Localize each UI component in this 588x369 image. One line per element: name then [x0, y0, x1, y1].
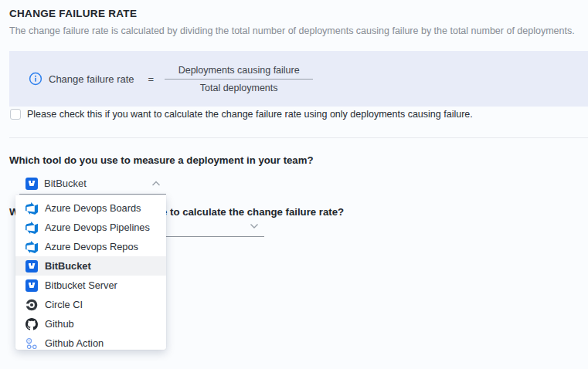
- deployment-tool-select-value: BitBucket: [44, 178, 87, 189]
- github-icon: [25, 318, 38, 330]
- azure-devops-icon: [25, 222, 38, 234]
- azure-devops-icon: [25, 241, 38, 253]
- section-divider: [9, 137, 588, 138]
- circleci-icon: [25, 299, 38, 311]
- bitbucket-icon: [25, 178, 38, 190]
- github-actions-icon: [25, 337, 38, 350]
- dropdown-item-azure-devops-pipelines[interactable]: Azure Devops Pipelines: [15, 218, 166, 237]
- deployment-tool-dropdown: Azure Devops Boards Azure Devops Pipelin…: [15, 195, 166, 350]
- deployment-tool-select[interactable]: BitBucket: [19, 173, 166, 195]
- failure-only-checkbox-label: Please check this if you want to calcula…: [27, 109, 473, 120]
- dropdown-item-label: Azure Devops Boards: [45, 202, 141, 214]
- change-failure-rate-settings-page: CHANGE FAILURE RATE The change failure r…: [0, 0, 588, 369]
- page-description: The change failure rate is calculated by…: [9, 25, 581, 36]
- failure-only-checkbox-row: Please check this if you want to calcula…: [10, 109, 473, 120]
- dropdown-item-bitbucket[interactable]: BitBucket: [15, 256, 166, 276]
- dropdown-item-github-action[interactable]: Github Action: [15, 333, 166, 350]
- dropdown-item-azure-devops-repos[interactable]: Azure Devops Repos: [15, 237, 166, 256]
- dropdown-item-circle-ci[interactable]: Circle CI: [15, 295, 166, 314]
- formula-label: Change failure rate: [49, 73, 134, 85]
- dropdown-item-label: Github Action: [45, 337, 104, 349]
- dropdown-item-label: Bitbucket Server: [45, 279, 117, 291]
- failure-only-checkbox[interactable]: [10, 109, 21, 120]
- chevron-up-icon: [151, 181, 161, 187]
- chevron-down-icon: [250, 223, 259, 229]
- dropdown-item-label: Azure Devops Pipelines: [45, 222, 150, 233]
- dropdown-item-github[interactable]: Github: [15, 314, 166, 333]
- dropdown-item-bitbucket-server[interactable]: Bitbucket Server: [15, 276, 166, 295]
- info-icon: [29, 72, 42, 86]
- formula-fraction: Deployments causing failure Total deploy…: [165, 65, 313, 93]
- bitbucket-icon: [25, 279, 38, 292]
- dropdown-item-label: Github: [45, 318, 74, 330]
- bitbucket-icon: [25, 260, 38, 273]
- formula-denominator: Total deployments: [165, 80, 313, 93]
- formula-info-box: Change failure rate = Deployments causin…: [9, 51, 588, 107]
- azure-devops-icon: [25, 202, 38, 215]
- dropdown-item-label: Circle CI: [45, 299, 83, 310]
- formula-numerator: Deployments causing failure: [165, 65, 313, 80]
- equals-sign: =: [148, 73, 155, 85]
- page-title: CHANGE FAILURE RATE: [9, 8, 137, 19]
- dropdown-item-azure-devops-boards[interactable]: Azure Devops Boards: [15, 198, 166, 218]
- dropdown-item-label: BitBucket: [45, 260, 91, 272]
- deployment-tool-question: Which tool do you use to measure a deplo…: [9, 154, 313, 166]
- dropdown-item-label: Azure Devops Repos: [45, 241, 138, 252]
